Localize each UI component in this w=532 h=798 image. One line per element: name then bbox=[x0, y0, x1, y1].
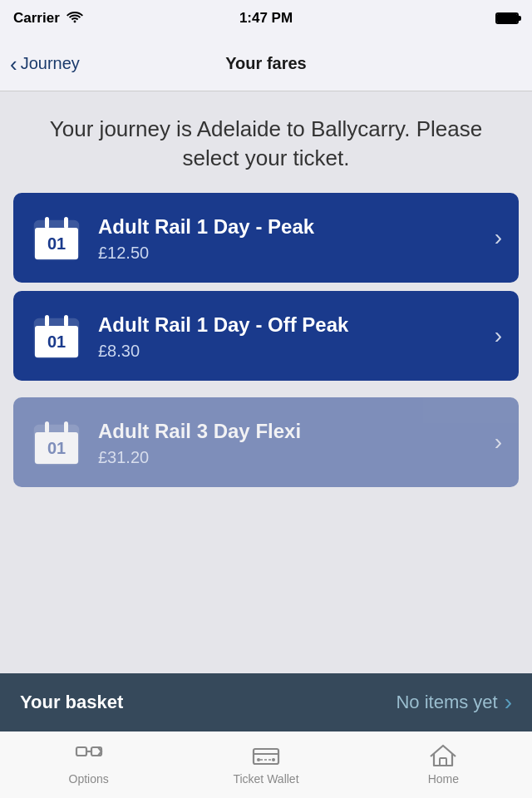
status-right bbox=[495, 12, 519, 24]
back-chevron-icon: ‹ bbox=[10, 53, 17, 75]
svg-text:01: 01 bbox=[47, 439, 66, 457]
ticket-list: 01 Adult Rail 1 Day - Peak £12.50 › 01 bbox=[0, 193, 532, 487]
ticket-calendar-icon-0: 01 bbox=[30, 211, 83, 264]
ticket-info-1: Adult Rail 1 Day - Off Peak £8.30 bbox=[98, 312, 473, 361]
svg-rect-23 bbox=[440, 758, 446, 766]
journey-description: Your journey is Adelaide to Ballycarry. … bbox=[0, 91, 532, 193]
tab-options-label: Options bbox=[69, 772, 109, 786]
tab-home[interactable]: Home bbox=[355, 743, 532, 786]
svg-rect-14 bbox=[64, 421, 68, 433]
tab-ticket-wallet-label: Ticket Wallet bbox=[233, 772, 298, 786]
basket-bar[interactable]: Your basket No items yet › bbox=[0, 673, 532, 732]
svg-rect-18 bbox=[254, 749, 278, 764]
ticket-price-0: £12.50 bbox=[98, 244, 473, 263]
ticket-info-2: Adult Rail 3 Day Flexi £31.20 bbox=[98, 418, 473, 467]
svg-text:01: 01 bbox=[47, 332, 66, 351]
svg-point-21 bbox=[272, 758, 275, 761]
ticket-chevron-0: › bbox=[495, 224, 502, 251]
ticket-name-2: Adult Rail 3 Day Flexi bbox=[98, 418, 473, 444]
status-time: 1:47 PM bbox=[239, 10, 293, 27]
svg-text:01: 01 bbox=[47, 234, 66, 253]
home-icon bbox=[428, 743, 458, 768]
back-label: Journey bbox=[21, 54, 80, 73]
svg-rect-8 bbox=[45, 315, 49, 327]
status-left: Carrier bbox=[13, 10, 83, 27]
battery-icon bbox=[495, 12, 519, 24]
ticket-chevron-1: › bbox=[495, 323, 502, 349]
ticket-chevron-2: › bbox=[495, 429, 502, 456]
svg-rect-4 bbox=[64, 217, 68, 229]
svg-rect-13 bbox=[45, 421, 49, 433]
ticket-wallet-icon bbox=[251, 743, 281, 768]
svg-point-20 bbox=[257, 758, 260, 761]
svg-rect-15 bbox=[76, 747, 86, 756]
options-icon bbox=[74, 743, 104, 768]
ticket-info-0: Adult Rail 1 Day - Peak £12.50 bbox=[98, 214, 473, 263]
tab-bar: Options Ticket Wallet Home bbox=[0, 730, 532, 798]
status-bar: Carrier 1:47 PM bbox=[0, 0, 532, 37]
ticket-name-1: Adult Rail 1 Day - Off Peak bbox=[98, 312, 473, 337]
nav-bar: ‹ Journey Your fares bbox=[0, 37, 532, 91]
ticket-calendar-icon-1: 01 bbox=[30, 309, 83, 362]
basket-status: No items yet bbox=[396, 692, 497, 713]
basket-arrow-icon: › bbox=[505, 689, 512, 716]
ticket-calendar-icon-2: 01 bbox=[30, 416, 83, 469]
ticket-price-2: £31.20 bbox=[98, 448, 473, 467]
basket-label: Your basket bbox=[20, 692, 123, 713]
tab-home-label: Home bbox=[428, 772, 459, 786]
basket-status-area: No items yet › bbox=[396, 689, 512, 716]
tab-ticket-wallet[interactable]: Ticket Wallet bbox=[177, 743, 354, 786]
svg-rect-9 bbox=[64, 315, 68, 327]
nav-title: Your fares bbox=[225, 54, 306, 73]
wifi-icon bbox=[66, 10, 83, 27]
main-content: Your journey is Adelaide to Ballycarry. … bbox=[0, 91, 532, 603]
svg-rect-3 bbox=[45, 217, 49, 229]
back-button[interactable]: ‹ Journey bbox=[10, 53, 80, 75]
ticket-item-0[interactable]: 01 Adult Rail 1 Day - Peak £12.50 › bbox=[13, 193, 519, 283]
ticket-name-0: Adult Rail 1 Day - Peak bbox=[98, 214, 473, 239]
ticket-price-1: £8.30 bbox=[98, 342, 473, 361]
ticket-item-2[interactable]: 01 Adult Rail 3 Day Flexi £31.20 › bbox=[13, 397, 519, 487]
tab-options[interactable]: Options bbox=[0, 743, 177, 786]
carrier-label: Carrier bbox=[13, 10, 60, 27]
ticket-item-1[interactable]: 01 Adult Rail 1 Day - Off Peak £8.30 › bbox=[13, 291, 519, 381]
